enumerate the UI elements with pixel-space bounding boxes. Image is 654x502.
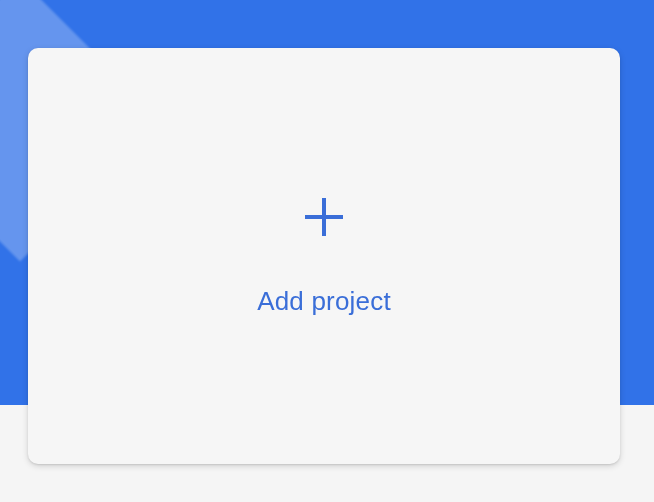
plus-icon	[303, 196, 345, 238]
add-project-card[interactable]: Add project	[28, 48, 620, 464]
add-project-label: Add project	[257, 286, 391, 317]
